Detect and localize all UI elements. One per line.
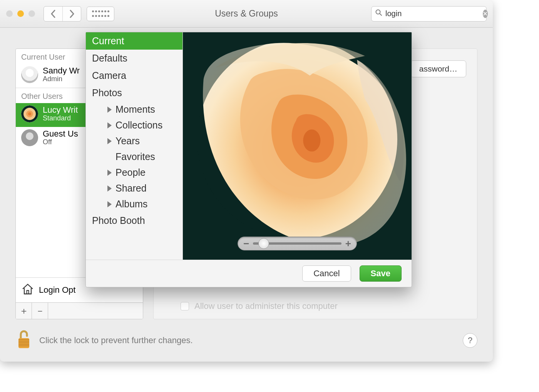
nav-buttons <box>44 6 81 22</box>
sidebar-spacer <box>48 303 143 319</box>
rose-image <box>183 32 412 260</box>
zoom-window-button[interactable] <box>28 10 35 17</box>
zoom-out-icon[interactable]: − <box>243 238 249 250</box>
window-footer: Click the lock to prevent further change… <box>0 319 493 362</box>
spacer <box>107 154 112 160</box>
picture-picker-popover: Current Defaults Camera Photos Moments C… <box>85 32 412 287</box>
back-button[interactable] <box>44 7 62 21</box>
add-user-button[interactable]: ＋ <box>16 303 32 319</box>
zoom-thumb[interactable] <box>258 238 269 249</box>
remove-user-button[interactable]: － <box>32 303 48 319</box>
zoom-track[interactable] <box>253 242 341 245</box>
source-moments[interactable]: Moments <box>86 102 182 117</box>
source-albums[interactable]: Albums <box>86 196 182 212</box>
user-role: Off <box>43 138 78 146</box>
source-years[interactable]: Years <box>86 133 182 149</box>
admin-checkbox-label: Allow user to administer this computer <box>194 301 338 311</box>
disclosure-triangle-icon <box>107 185 112 192</box>
lock-icon[interactable] <box>15 329 32 352</box>
forward-button[interactable] <box>62 7 81 21</box>
close-window-button[interactable] <box>6 10 13 17</box>
search-input[interactable] <box>385 9 483 18</box>
svg-line-1 <box>380 14 382 16</box>
disclosure-triangle-icon <box>107 122 112 128</box>
window-controls <box>6 10 35 17</box>
zoom-in-icon[interactable]: + <box>345 238 351 250</box>
svg-point-9 <box>303 130 320 152</box>
zoom-slider[interactable]: − + <box>238 237 357 250</box>
help-button[interactable]: ? <box>463 333 477 348</box>
lock-text: Click the lock to prevent further change… <box>39 335 193 345</box>
user-name: Lucy Writ <box>43 105 78 114</box>
user-role: Standard <box>43 114 78 122</box>
show-all-button[interactable] <box>87 7 114 21</box>
reset-password-button[interactable]: assword… <box>410 60 466 77</box>
avatar <box>21 129 38 146</box>
clear-search-button[interactable]: ✕ <box>483 10 488 18</box>
source-photobooth[interactable]: Photo Booth <box>86 212 182 229</box>
disclosure-triangle-icon <box>107 170 112 176</box>
save-button[interactable]: Save <box>360 265 402 282</box>
disclosure-triangle-icon <box>107 107 112 113</box>
svg-point-5 <box>28 112 31 115</box>
popover-footer: Cancel Save <box>86 260 412 287</box>
source-camera[interactable]: Camera <box>86 67 182 84</box>
picture-source-list: Current Defaults Camera Photos Moments C… <box>86 32 183 260</box>
avatar <box>21 66 38 83</box>
admin-checkbox-row: Allow user to administer this computer <box>181 301 338 311</box>
preferences-window: Users & Groups ✕ Current User Sandy Wr A… <box>0 0 493 362</box>
source-defaults[interactable]: Defaults <box>86 50 182 67</box>
source-favorites[interactable]: Favorites <box>86 149 182 165</box>
source-people[interactable]: People <box>86 165 182 180</box>
avatar <box>21 105 38 122</box>
user-name: Guest Us <box>43 129 78 138</box>
picture-preview[interactable]: − + <box>183 32 412 260</box>
minimize-window-button[interactable] <box>17 10 24 17</box>
search-field[interactable]: ✕ <box>371 6 487 22</box>
svg-rect-6 <box>27 290 29 294</box>
disclosure-triangle-icon <box>107 138 112 144</box>
house-icon <box>21 282 34 298</box>
titlebar: Users & Groups ✕ <box>0 0 493 28</box>
user-role: Admin <box>43 75 80 83</box>
login-options-label: Login Opt <box>39 285 75 295</box>
source-collections[interactable]: Collections <box>86 117 182 133</box>
source-shared[interactable]: Shared <box>86 180 182 196</box>
source-photos[interactable]: Photos <box>86 84 182 102</box>
admin-checkbox[interactable] <box>181 302 189 310</box>
disclosure-triangle-icon <box>107 201 112 207</box>
cancel-button[interactable]: Cancel <box>302 265 351 282</box>
search-icon <box>375 9 382 18</box>
user-name: Sandy Wr <box>43 66 80 75</box>
source-current[interactable]: Current <box>86 32 182 50</box>
sidebar-footer: ＋ － <box>16 302 143 319</box>
